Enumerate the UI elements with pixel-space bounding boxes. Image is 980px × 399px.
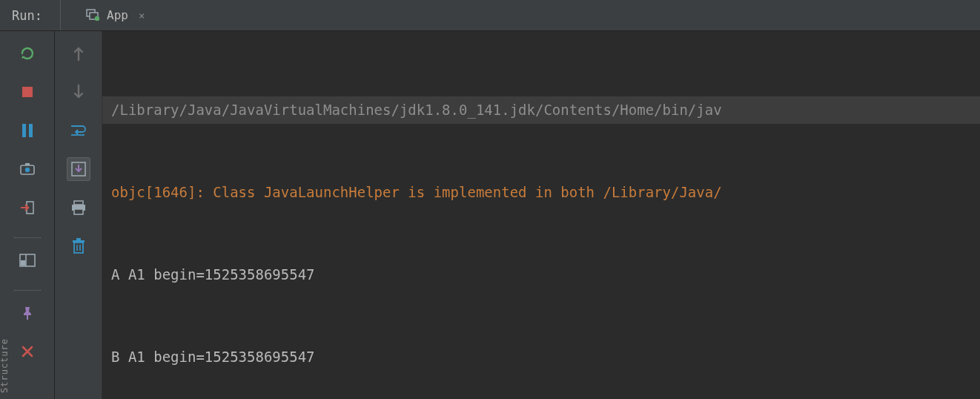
run-label: Run: [0, 0, 61, 30]
structure-tool-tab[interactable]: Structure [0, 332, 9, 399]
svg-rect-23 [76, 238, 81, 240]
svg-rect-22 [73, 240, 85, 243]
svg-rect-16 [74, 201, 83, 205]
output-line: B A1 begin=1525358695547 [102, 343, 980, 371]
separator [14, 237, 41, 238]
output-line: A A1 begin=1525358695547 [102, 261, 980, 288]
pin-button[interactable] [16, 301, 39, 325]
secondary-toolbar [55, 31, 102, 399]
run-tool-header: Run: App × [0, 0, 980, 31]
separator [14, 290, 41, 291]
app-icon [86, 7, 99, 24]
command-line: /Library/Java/JavaVirtualMachines/jdk1.8… [102, 96, 980, 124]
svg-rect-5 [29, 124, 33, 137]
svg-rect-19 [74, 243, 83, 253]
svg-rect-3 [22, 87, 33, 97]
svg-rect-12 [21, 260, 25, 266]
soft-wrap-button[interactable] [67, 119, 90, 142]
print-button[interactable] [67, 196, 90, 220]
svg-rect-4 [22, 124, 26, 137]
stop-button[interactable] [16, 80, 39, 104]
scroll-to-end-button[interactable] [67, 157, 90, 181]
warning-line: objc[1646]: Class JavaLaunchHelper is im… [102, 179, 980, 206]
tab-app[interactable]: App × [86, 0, 145, 30]
rerun-button[interactable] [16, 42, 39, 65]
close-icon[interactable]: × [139, 10, 145, 22]
svg-rect-18 [74, 209, 83, 214]
pause-button[interactable] [16, 119, 39, 142]
console-output[interactable]: /Library/Java/JavaVirtualMachines/jdk1.8… [102, 31, 980, 399]
layout-button[interactable] [16, 248, 39, 272]
dump-threads-button[interactable] [16, 157, 39, 181]
up-button[interactable] [67, 42, 90, 65]
down-button[interactable] [67, 80, 90, 104]
clear-all-button[interactable] [67, 234, 90, 258]
svg-rect-8 [25, 163, 30, 165]
tab-label: App [107, 8, 128, 22]
close-button[interactable] [16, 340, 39, 363]
exit-button[interactable] [16, 196, 39, 220]
svg-point-7 [24, 168, 29, 172]
